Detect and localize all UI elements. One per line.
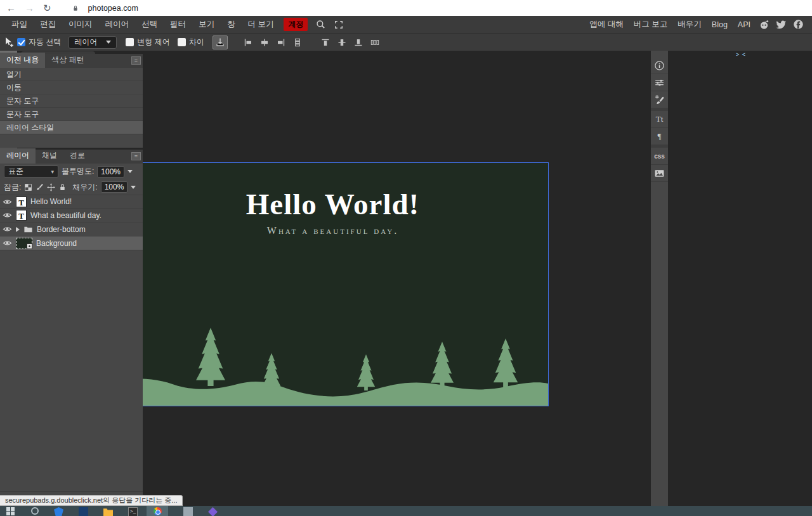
character-panel-icon[interactable]: Tt xyxy=(651,111,668,128)
tab-history[interactable]: 이전 내용 xyxy=(0,53,45,68)
file-explorer-icon[interactable] xyxy=(103,507,113,516)
canvas[interactable]: Hello World! What a beautiful day. xyxy=(117,163,548,406)
menu-api[interactable]: API xyxy=(733,20,756,29)
text-layer-thumbnail[interactable]: T xyxy=(16,210,27,221)
auto-select-target-dropdown[interactable]: 레이어 xyxy=(69,36,117,49)
lock-all-icon[interactable] xyxy=(58,183,67,191)
tab-paths[interactable]: 경로 xyxy=(63,148,91,164)
auto-select-checkbox[interactable]: 자동 선택 xyxy=(17,37,61,48)
account-button[interactable]: 계정 xyxy=(284,18,308,31)
canvas-title-text: Hello World! xyxy=(117,187,548,221)
terminal-icon[interactable]: >_ xyxy=(128,507,138,516)
layer-row-border-bottom[interactable]: Border-bottom xyxy=(0,223,143,236)
layers-panel-menu-icon[interactable]: = xyxy=(131,152,141,160)
align-center-horizontal-button[interactable] xyxy=(257,35,272,49)
taskbar-app-blue-icon[interactable] xyxy=(54,507,63,516)
smart-object-badge-icon xyxy=(27,243,32,249)
tab-layers[interactable]: 레이어 xyxy=(0,148,36,164)
lock-position-icon[interactable] xyxy=(47,183,55,191)
history-step-open[interactable]: 열기 xyxy=(0,68,143,81)
paragraph-panel-icon[interactable]: ¶ xyxy=(651,128,668,145)
layer-row-hello-world[interactable]: T Hello World! xyxy=(0,195,143,209)
transform-controls-checkbox[interactable]: 변형 제어 xyxy=(126,37,169,48)
address-bar[interactable]: photopea.com xyxy=(88,4,138,13)
menu-view[interactable]: 보기 xyxy=(192,19,221,30)
info-panel-icon[interactable] xyxy=(651,57,668,74)
difference-checkbox[interactable]: 차이 xyxy=(178,37,204,48)
collapse-panels-icon[interactable]: > < xyxy=(736,51,746,58)
align-to-canvas-button[interactable] xyxy=(213,35,228,49)
lock-label: 잠금: xyxy=(4,182,21,193)
layer-visibility-eye-icon[interactable] xyxy=(3,224,12,234)
history-step-move[interactable]: 이동 xyxy=(0,81,143,94)
history-step-type-tool[interactable]: 문자 도구 xyxy=(0,94,143,108)
chevron-down-icon xyxy=(106,41,111,44)
checkbox-icon[interactable] xyxy=(126,38,134,46)
align-bottom-button[interactable] xyxy=(351,35,366,49)
checkbox-checked-icon[interactable] xyxy=(17,38,25,46)
browser-forward-icon[interactable]: → xyxy=(25,3,34,13)
taskbar-search-icon[interactable] xyxy=(31,507,39,515)
image-panel-icon[interactable] xyxy=(651,165,668,182)
start-button-icon[interactable] xyxy=(6,507,16,516)
layer-name: Hello World! xyxy=(30,197,72,206)
fill-slider-icon[interactable] xyxy=(131,186,136,189)
menu-select[interactable]: 선택 xyxy=(135,19,164,30)
image-layer-thumbnail[interactable] xyxy=(16,238,32,249)
history-step-layer-style[interactable]: 레이어 스타일 xyxy=(0,121,143,134)
menu-report-bug[interactable]: 버그 보고 xyxy=(629,19,672,30)
opacity-value[interactable]: 100% xyxy=(97,166,124,177)
reddit-icon[interactable] xyxy=(759,19,769,30)
taskbar-app-purple-icon[interactable] xyxy=(208,507,218,516)
fill-value[interactable]: 100% xyxy=(101,181,128,193)
facebook-icon[interactable] xyxy=(793,19,804,30)
search-icon[interactable] xyxy=(316,20,325,29)
align-right-button[interactable] xyxy=(273,35,289,49)
expand-group-icon[interactable] xyxy=(16,227,20,232)
layer-visibility-eye-icon[interactable] xyxy=(3,210,12,220)
brush-settings-panel-icon[interactable] xyxy=(651,91,668,108)
text-layer-thumbnail[interactable]: T xyxy=(16,197,27,207)
menu-blog[interactable]: Blog xyxy=(707,20,733,29)
layer-row-background[interactable]: Background xyxy=(0,236,143,250)
chrome-icon[interactable] xyxy=(154,507,162,515)
lock-pixels-icon[interactable] xyxy=(36,183,44,191)
align-top-button[interactable] xyxy=(318,35,333,49)
menu-file[interactable]: 파일 xyxy=(5,19,34,30)
taskbar-app-navy-icon[interactable] xyxy=(79,507,88,516)
fullscreen-icon[interactable] xyxy=(334,20,343,29)
browser-back-icon[interactable]: ← xyxy=(6,3,16,13)
history-step-type-tool[interactable]: 문자 도구 xyxy=(0,108,143,121)
layer-row-beautiful-day[interactable]: T What a beautiful day. xyxy=(0,209,143,223)
menu-filter[interactable]: 필터 xyxy=(164,19,192,30)
windows-taskbar: >_ xyxy=(0,506,812,516)
chrome-taskbar-active[interactable] xyxy=(147,506,168,516)
layer-visibility-eye-icon[interactable] xyxy=(3,197,12,206)
lock-transparency-icon[interactable] xyxy=(24,183,32,191)
layer-name: Border-bottom xyxy=(37,225,86,234)
blend-mode-dropdown[interactable]: 표준 ▾ xyxy=(4,165,58,177)
tab-swatches[interactable]: 색상 패턴 xyxy=(45,53,90,68)
history-panel-menu-icon[interactable]: = xyxy=(131,56,141,65)
opacity-slider-icon[interactable] xyxy=(128,170,133,173)
folder-icon xyxy=(23,224,33,234)
layer-visibility-eye-icon[interactable] xyxy=(3,238,12,248)
taskbar-app-gray-icon[interactable] xyxy=(183,507,193,516)
distribute-horizontal-button[interactable] xyxy=(367,35,383,49)
menu-about[interactable]: 앱에 대해 xyxy=(584,19,628,30)
distribute-vertical-button[interactable] xyxy=(290,35,305,49)
twitter-icon[interactable] xyxy=(776,19,787,30)
menu-more[interactable]: 더 보기 xyxy=(242,19,280,30)
menu-window[interactable]: 창 xyxy=(221,19,242,30)
menu-layer[interactable]: 레이어 xyxy=(99,19,136,30)
menu-edit[interactable]: 편집 xyxy=(34,19,62,30)
align-left-button[interactable] xyxy=(240,35,256,49)
menu-learn[interactable]: 배우기 xyxy=(672,19,707,30)
align-center-vertical-button[interactable] xyxy=(334,35,350,49)
tab-channels[interactable]: 채널 xyxy=(36,148,63,164)
browser-reload-icon[interactable]: ↻ xyxy=(43,3,51,13)
css-panel-icon[interactable]: css xyxy=(651,148,668,165)
adjustments-panel-icon[interactable] xyxy=(651,74,668,91)
checkbox-icon[interactable] xyxy=(178,38,186,46)
menu-image[interactable]: 이미지 xyxy=(62,19,99,30)
